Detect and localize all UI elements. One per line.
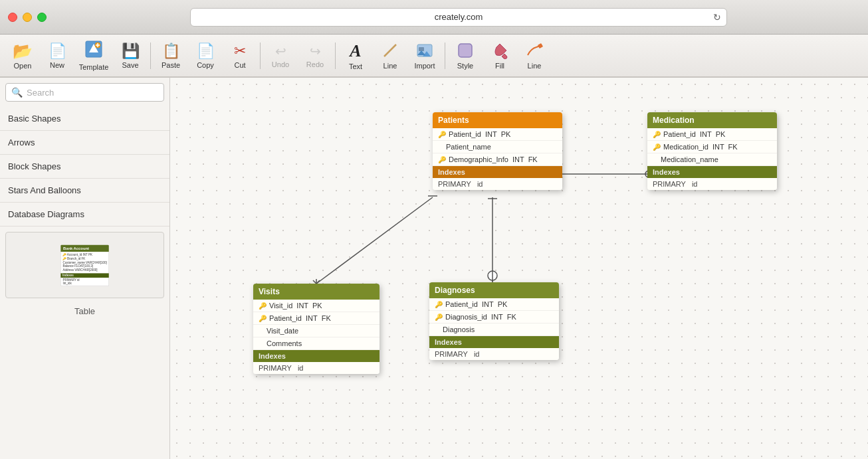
fk-icon-3: 🔑 [259,315,267,322]
main-layout: 🔍 Search Basic Shapes Arrows Block Shape… [0,78,868,459]
fk-icon-4: 🔑 [435,314,443,321]
search-placeholder: Search [27,88,54,98]
fill-label: Fill [495,62,504,70]
copy-icon: 📄 [197,43,215,60]
fk-icon-2: 🔑 [653,143,661,151]
import-label: Import [414,62,435,70]
canvas-area[interactable]: Patients 🔑 Patient_id INT PK Patient_nam… [170,78,868,459]
maximize-button[interactable] [37,13,47,22]
text-label: Text [349,62,362,70]
visits-row-1: 🔑 Visit_id INT PK [253,300,380,312]
sidebar-item-arrows[interactable]: Arrows [0,131,169,155]
new-label: New [50,61,64,69]
sidebar-item-basic-shapes-label: Basic Shapes [8,114,61,124]
divider-1 [150,43,151,69]
svg-rect-11 [538,43,543,48]
medication-header: Medication [647,112,777,128]
visits-body: 🔑 Visit_id INT PK 🔑 Patient_id INT FK Vi… [253,300,380,350]
minimize-button[interactable] [23,13,32,22]
import-button[interactable]: Import [407,37,442,74]
search-box[interactable]: 🔍 Search [5,83,164,102]
table-medication[interactable]: Medication 🔑 Patient_id INT PK 🔑 Medicat… [647,112,777,190]
save-icon: 💾 [122,43,140,60]
url-bar[interactable]: creately.com ↻ [190,8,727,27]
diagnoses-row-2: 🔑 Diagnosis_id INT FK [429,311,559,323]
template-icon [85,41,102,62]
key-icon-4: 🔑 [435,301,443,308]
title-bar: creately.com ↻ [0,0,868,35]
diagnoses-body: 🔑 Patient_id INT PK 🔑 Diagnosis_id INT F… [429,298,559,336]
svg-line-5 [384,45,396,56]
copy-button[interactable]: 📄 Copy [188,37,223,74]
diagnoses-header: Diagnoses [429,282,559,298]
sidebar-item-database-diagrams[interactable]: Database Diagrams [0,203,169,227]
key-icon-1: 🔑 [438,131,446,138]
sidebar-item-database-diagrams-label: Database Diagrams [8,209,84,219]
table-patients[interactable]: Patients 🔑 Patient_id INT PK Patient_nam… [433,112,562,190]
sidebar-item-stars-and-balloons[interactable]: Stars And Balloons [0,179,169,203]
open-label: Open [14,62,32,70]
text-icon: A [350,41,361,61]
style-label: Style [457,62,473,70]
patients-row-1: 🔑 Patient_id INT PK [433,128,562,141]
open-icon: 📂 [13,42,33,60]
patients-row-2: Patient_name [433,141,562,153]
divider-2 [260,43,261,69]
sidebar-item-block-shapes-label: Block Shapes [8,161,61,171]
table-diagnoses[interactable]: Diagnoses 🔑 Patient_id INT PK 🔑 Diagnosi… [429,282,559,360]
medication-row-2: 🔑 Medication_id INT FK [647,141,777,153]
redo-button[interactable]: ↪ Redo [298,37,332,74]
svg-rect-10 [459,44,472,57]
visits-indexes-body: PRIMARY id [253,362,380,374]
cut-icon: ✂ [234,43,246,60]
undo-button[interactable]: ↩ Undo [263,37,298,74]
visits-row-3: Visit_date [253,325,380,337]
template-label: Template [79,63,109,71]
cut-label: Cut [234,61,245,69]
key-icon-3: 🔑 [259,302,267,310]
redo-label: Redo [306,60,324,68]
preview-table-thumbnail: Bank Account 🔑 Account_Id INT PK 🔑 Branc… [60,244,108,286]
reload-button[interactable]: ↻ [713,12,721,23]
patients-body: 🔑 Patient_id INT PK Patient_name 🔑 Demog… [433,128,562,166]
style-button[interactable]: Style [448,37,483,74]
new-button[interactable]: 📄 New [40,37,74,74]
paste-button[interactable]: 📋 Paste [154,37,188,74]
sidebar-item-basic-shapes[interactable]: Basic Shapes [0,107,169,131]
divider-4 [445,43,445,69]
diagnoses-indexes-header: Indexes [429,336,559,348]
line-icon [381,42,399,60]
save-label: Save [122,61,138,69]
medication-indexes-header: Indexes [647,166,777,178]
new-icon: 📄 [49,43,66,60]
patients-row-3: 🔑 Demographic_Info INT FK [433,153,562,166]
preview-label: Table [0,304,169,319]
close-button[interactable] [8,13,17,22]
medication-row-3: Medication_name [647,153,777,166]
medication-row-1: 🔑 Patient_id INT PK [647,128,777,141]
table-visits[interactable]: Visits 🔑 Visit_id INT PK 🔑 Patient_id IN… [253,284,380,374]
import-icon [416,42,433,60]
template-button[interactable]: Template [74,37,113,74]
redo-icon: ↪ [310,43,321,59]
visits-header: Visits [253,284,380,300]
svg-point-25 [488,271,497,280]
style-icon [457,42,474,60]
open-button[interactable]: 📂 Open [5,37,40,74]
undo-label: Undo [272,60,289,68]
cut-button[interactable]: ✂ Cut [223,37,257,74]
line-label: Line [383,62,397,70]
divider-3 [335,43,336,69]
line-button[interactable]: Line [373,37,407,74]
diagnoses-row-3: Diagnosis [429,323,559,336]
text-button[interactable]: A Text [338,37,373,74]
draw-line-button[interactable]: Line [517,37,552,74]
sidebar-item-block-shapes[interactable]: Block Shapes [0,155,169,179]
medication-indexes-body: PRIMARY id [647,178,777,190]
save-button[interactable]: 💾 Save [113,37,148,74]
sidebar-item-arrows-label: Arrows [8,138,35,147]
sidebar-item-stars-and-balloons-label: Stars And Balloons [8,185,81,195]
url-text: creately.com [435,12,483,22]
fill-button[interactable]: Fill [483,37,517,74]
visits-indexes-header: Indexes [253,350,380,362]
